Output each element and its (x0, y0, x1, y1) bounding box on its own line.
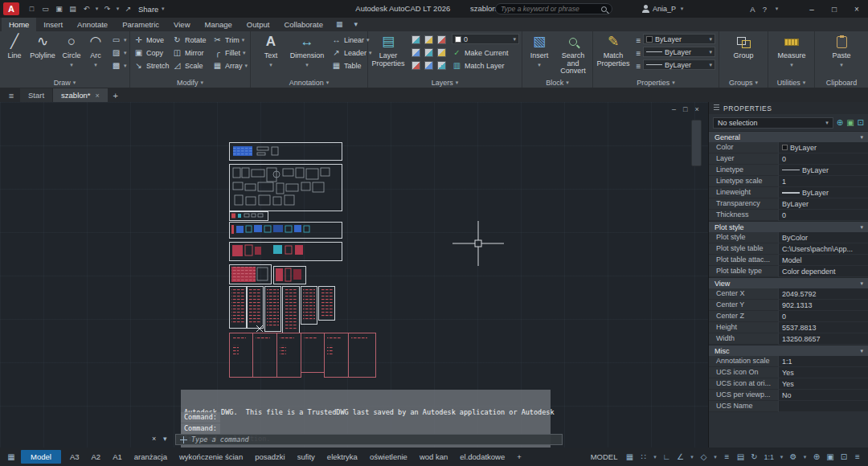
layer-tool-icon[interactable] (437, 61, 446, 70)
rectangle-caret-icon[interactable]: ▾ (124, 37, 127, 43)
gradient-button[interactable]: ▩ ▾ (111, 60, 127, 71)
panel-caption-block[interactable]: Block▾ (522, 77, 592, 88)
section-misc[interactable]: Misc▾ (709, 345, 868, 356)
property-value[interactable]: 0 (778, 311, 868, 322)
minimize-button[interactable]: – (800, 0, 823, 18)
property-value[interactable]: ByColor (778, 232, 868, 243)
tab-output[interactable]: Output (240, 18, 277, 31)
quick-select-icon[interactable]: ⊡ (858, 118, 864, 127)
panel-caption-annotation[interactable]: Annotation▾ (251, 77, 367, 88)
ribbon-options-caret-icon[interactable]: ▾ (349, 18, 364, 31)
assistant-icon[interactable]: A (750, 5, 755, 14)
arc-caret-icon[interactable]: ▾ (94, 61, 97, 69)
close-tab-icon[interactable]: × (96, 92, 100, 100)
model-tab[interactable]: Model (21, 450, 61, 464)
measure-button[interactable]: Measure ▾ (776, 33, 808, 68)
layout-tab-a1[interactable]: A1 (107, 448, 128, 466)
section-plot-style[interactable]: Plot style▾ (709, 221, 868, 232)
group-button[interactable]: Group (727, 33, 760, 60)
property-value[interactable]: 1:1 (778, 356, 868, 367)
commandline-customize-icon[interactable]: ▾ (163, 435, 167, 443)
snap-caret-icon[interactable]: ▾ (653, 454, 657, 460)
array-caret-icon[interactable]: ▾ (245, 63, 248, 69)
open-file-icon[interactable]: ▭ (39, 2, 51, 15)
make-current-button[interactable]: ✓Make Current (452, 47, 509, 58)
hatch-button[interactable]: ▨ ▾ (111, 47, 127, 58)
share-button[interactable]: Share (138, 5, 158, 14)
layout-tab-a3[interactable]: A3 (64, 448, 85, 466)
grid-display-icon[interactable]: ▦ (625, 452, 633, 461)
account-area[interactable]: Ania_P ▾ (642, 0, 685, 18)
fillet-button[interactable]: ╭Fillet▾ (212, 47, 246, 58)
scale-button[interactable]: ◿Scale (172, 60, 203, 71)
new-drawing-tab-icon[interactable]: + (108, 88, 123, 102)
tab-parametric[interactable]: Parametric (115, 18, 166, 31)
layout-tab-oswietlenie[interactable]: oświetlenie (364, 448, 413, 466)
array-button[interactable]: ▦Array▾ (212, 60, 248, 71)
model-space-canvas[interactable]: – □ × (0, 102, 708, 448)
property-value[interactable]: Model (778, 255, 868, 266)
annotation-scale-caret-icon[interactable]: ▾ (780, 454, 784, 460)
save-file-icon[interactable]: ▣ (53, 2, 65, 15)
panel-caption-modify[interactable]: Modify▾ (130, 77, 250, 88)
property-value[interactable]: ByLayer (778, 187, 868, 198)
rectangle-button[interactable]: ▭ ▾ (111, 35, 127, 45)
layer-tool-icon[interactable] (411, 61, 420, 70)
select-objects-icon[interactable]: ▣ (846, 118, 854, 127)
layer-tool-icon[interactable] (437, 35, 446, 44)
property-value[interactable]: 0 (778, 153, 868, 165)
workspace-gear-icon[interactable]: ⚙ (789, 452, 797, 461)
panel-caption-layers[interactable]: Layers▾ (368, 77, 522, 88)
polar-caret-icon[interactable]: ▾ (690, 454, 694, 460)
undo-caret-icon[interactable]: ▾ (94, 2, 100, 15)
search-input[interactable] (501, 5, 598, 13)
measure-caret-icon[interactable]: ▾ (790, 61, 793, 69)
hardware-acceleration-icon[interactable]: ▣ (826, 452, 834, 461)
stretch-button[interactable]: ↘Stretch (133, 60, 170, 71)
layout-tab-wykonczenie-scian[interactable]: wykończenie ścian (174, 448, 248, 466)
redo-icon[interactable]: ↷ (101, 2, 113, 15)
properties-palette-header[interactable]: PROPERTIES (709, 102, 868, 114)
file-tab-start[interactable]: Start (20, 88, 52, 102)
osnap-caret-icon[interactable]: ▾ (713, 454, 717, 460)
new-layout-icon[interactable]: + (511, 448, 527, 466)
text-caret-icon[interactable]: ▾ (269, 61, 272, 69)
tab-home[interactable]: Home (2, 18, 36, 31)
autocad-logo-icon[interactable]: A (3, 2, 19, 15)
drawing-restore-icon[interactable]: □ (683, 105, 687, 113)
tab-manage[interactable]: Manage (198, 18, 240, 31)
property-value[interactable]: ByLayer (778, 165, 868, 176)
layout-tab-a2[interactable]: A2 (86, 448, 107, 466)
line-button[interactable]: ╱ Line (3, 33, 26, 60)
dimension-button[interactable]: ↔ Dimension ▾ (286, 33, 328, 68)
paste-button[interactable]: Paste ▾ (826, 33, 857, 68)
selection-dropdown[interactable]: No selection ▾ (713, 117, 833, 129)
object-snap-icon[interactable]: ◇ (699, 452, 707, 461)
help-search-box[interactable] (495, 3, 612, 14)
lineweight-dropdown[interactable]: ByLayer ▾ (643, 47, 715, 57)
match-properties-button[interactable]: ✎ Match Properties (596, 33, 630, 67)
property-value[interactable]: 13250.8657 (778, 333, 868, 345)
leader-button[interactable]: ↗Leader▾ (331, 47, 372, 58)
copy-button[interactable]: ▣Copy (133, 47, 163, 58)
commandline-close-icon[interactable]: × (152, 435, 156, 443)
insert-caret-icon[interactable]: ▾ (538, 61, 541, 69)
mirror-button[interactable]: ◫Mirror (172, 47, 204, 58)
insert-button[interactable]: ▧ Insert ▾ (526, 33, 553, 68)
lineweight-display-icon[interactable]: ≡ (723, 452, 731, 461)
snap-mode-icon[interactable]: ∷ (639, 452, 647, 461)
help-icon[interactable]: ? (763, 5, 767, 14)
layout-tab-aranzacja[interactable]: aranżacja (129, 448, 173, 466)
drawing-close-icon[interactable]: × (694, 105, 698, 113)
circle-caret-icon[interactable]: ▾ (70, 61, 73, 69)
property-value[interactable]: 0 (778, 210, 868, 221)
panel-caption-utilities[interactable]: Utilities▾ (768, 77, 814, 88)
tab-collaborate[interactable]: Collaborate (276, 18, 330, 31)
property-value[interactable]: 902.1313 (778, 300, 868, 311)
layer-tool-icon[interactable] (424, 35, 433, 44)
layout-tab-posadzki[interactable]: posadzki (249, 448, 291, 466)
move-button[interactable]: ✛Move (133, 35, 164, 45)
help-caret-icon[interactable]: ▾ (774, 2, 780, 15)
file-tabs-menu-icon[interactable]: ≡ (3, 88, 19, 102)
model-space-label[interactable]: MODEL (591, 452, 618, 461)
